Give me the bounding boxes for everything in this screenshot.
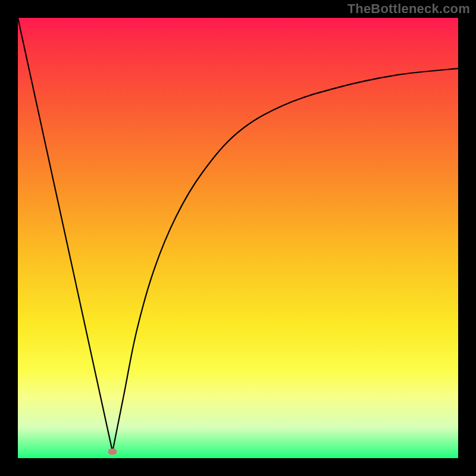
curve-right-leg (112, 68, 458, 452)
curve-layer (18, 18, 458, 458)
watermark-text: TheBottleneck.com (347, 1, 470, 17)
curve-left-leg (18, 18, 112, 452)
minimum-marker (108, 448, 117, 455)
plot-area (18, 18, 458, 458)
chart-frame: TheBottleneck.com (0, 0, 476, 476)
